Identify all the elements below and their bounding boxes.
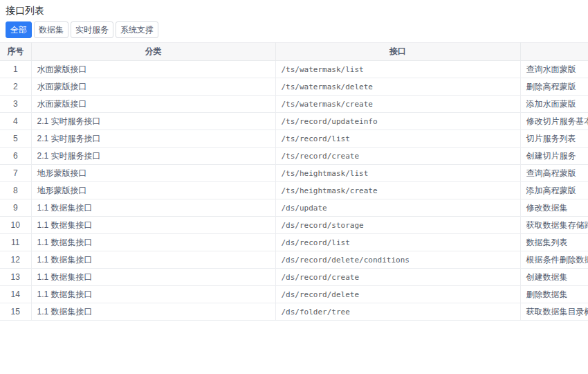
tab-dataset[interactable]: 数据集 — [34, 21, 68, 38]
category-cell: 水面蒙版接口 — [31, 61, 275, 78]
table-row: 101.1 数据集接口/ds/record/storage获取数据集存储路径 — [0, 217, 588, 234]
column-header-0: 序号 — [0, 43, 31, 61]
tab-realtime[interactable]: 实时服务 — [71, 21, 113, 38]
path-cell: /ts/watermask/create — [275, 96, 520, 113]
table-row: 141.1 数据集接口/ds/record/delete删除数据集 — [0, 286, 588, 303]
description-cell: 获取数据集存储路径 — [520, 217, 588, 234]
row-number-cell: 3 — [0, 96, 31, 113]
row-number-cell: 9 — [0, 199, 31, 217]
table-row: 2水面蒙版接口/ts/watermask/delete删除高程蒙版 — [0, 78, 588, 96]
row-number-cell: 4 — [0, 113, 31, 130]
table-row: 91.1 数据集接口/ds/update修改数据集 — [0, 199, 588, 217]
row-number-cell: 7 — [0, 165, 31, 182]
row-number-cell: 14 — [0, 286, 31, 303]
table-row: 8地形蒙版接口/ts/heightmask/create添加高程蒙版 — [0, 182, 588, 199]
table-row: 111.1 数据集接口/ds/record/list数据集列表 — [0, 234, 588, 251]
page-title: 接口列表 — [6, 5, 44, 16]
column-header-2: 接口 — [275, 43, 520, 61]
category-cell: 水面蒙版接口 — [31, 78, 275, 96]
row-number-cell: 15 — [0, 303, 31, 321]
description-cell: 根据条件删除数据集 — [520, 251, 588, 269]
path-cell: /ts/watermask/delete — [275, 78, 520, 96]
tab-all[interactable]: 全部 — [6, 21, 32, 38]
path-cell: /ts/record/list — [275, 130, 520, 148]
category-cell: 1.1 数据集接口 — [31, 303, 275, 321]
table-row: 62.1 实时服务接口/ts/record/create创建切片服务 — [0, 148, 588, 165]
table-row: 1水面蒙版接口/ts/watermask/list查询水面蒙版 — [0, 61, 588, 78]
table-row: 42.1 实时服务接口/ts/record/updateinfo修改切片服务基本… — [0, 113, 588, 130]
tab-system[interactable]: 系统支撑 — [116, 21, 158, 38]
api-table: 序号分类接口 1水面蒙版接口/ts/watermask/list查询水面蒙版2水… — [0, 42, 588, 321]
api-list-page: 接口列表 全部数据集实时服务系统支撑 序号分类接口 1水面蒙版接口/ts/wat… — [0, 0, 588, 374]
api-table-container: 序号分类接口 1水面蒙版接口/ts/watermask/list查询水面蒙版2水… — [0, 42, 588, 321]
tab-bar: 全部数据集实时服务系统支撑 — [6, 21, 158, 38]
table-body: 1水面蒙版接口/ts/watermask/list查询水面蒙版2水面蒙版接口/t… — [0, 61, 588, 321]
category-cell: 地形蒙版接口 — [31, 182, 275, 199]
row-number-cell: 13 — [0, 269, 31, 286]
row-number-cell: 11 — [0, 234, 31, 251]
path-cell: /ds/update — [275, 199, 520, 217]
path-cell: /ds/record/delete — [275, 286, 520, 303]
path-cell: /ds/record/delete/conditions — [275, 251, 520, 269]
path-cell: /ds/record/storage — [275, 217, 520, 234]
category-cell: 1.1 数据集接口 — [31, 217, 275, 234]
column-header-3 — [520, 43, 588, 61]
row-number-cell: 5 — [0, 130, 31, 148]
category-cell: 地形蒙版接口 — [31, 165, 275, 182]
category-cell: 1.1 数据集接口 — [31, 234, 275, 251]
path-cell: /ts/watermask/list — [275, 61, 520, 78]
category-cell: 1.1 数据集接口 — [31, 199, 275, 217]
path-cell: /ts/record/updateinfo — [275, 113, 520, 130]
description-cell: 查询水面蒙版 — [520, 61, 588, 78]
category-cell: 1.1 数据集接口 — [31, 286, 275, 303]
description-cell: 删除数据集 — [520, 286, 588, 303]
row-number-cell: 6 — [0, 148, 31, 165]
category-cell: 2.1 实时服务接口 — [31, 130, 275, 148]
category-cell: 2.1 实时服务接口 — [31, 148, 275, 165]
table-header-row: 序号分类接口 — [0, 43, 588, 61]
category-cell: 2.1 实时服务接口 — [31, 113, 275, 130]
column-header-1: 分类 — [31, 43, 275, 61]
description-cell: 查询高程蒙版 — [520, 165, 588, 182]
description-cell: 删除高程蒙版 — [520, 78, 588, 96]
path-cell: /ts/heightmask/create — [275, 182, 520, 199]
row-number-cell: 1 — [0, 61, 31, 78]
table-row: 7地形蒙版接口/ts/heightmask/list查询高程蒙版 — [0, 165, 588, 182]
description-cell: 修改切片服务基本信息 — [520, 113, 588, 130]
path-cell: /ds/folder/tree — [275, 303, 520, 321]
category-cell: 水面蒙版接口 — [31, 96, 275, 113]
path-cell: /ds/record/list — [275, 234, 520, 251]
description-cell: 获取数据集目录树 — [520, 303, 588, 321]
description-cell: 创建数据集 — [520, 269, 588, 286]
description-cell: 添加水面蒙版 — [520, 96, 588, 113]
table-row: 121.1 数据集接口/ds/record/delete/conditions根… — [0, 251, 588, 269]
description-cell: 创建切片服务 — [520, 148, 588, 165]
table-row: 3水面蒙版接口/ts/watermask/create添加水面蒙版 — [0, 96, 588, 113]
path-cell: /ds/record/create — [275, 269, 520, 286]
row-number-cell: 2 — [0, 78, 31, 96]
row-number-cell: 12 — [0, 251, 31, 269]
category-cell: 1.1 数据集接口 — [31, 251, 275, 269]
table-row: 52.1 实时服务接口/ts/record/list切片服务列表 — [0, 130, 588, 148]
description-cell: 修改数据集 — [520, 199, 588, 217]
table-row: 151.1 数据集接口/ds/folder/tree获取数据集目录树 — [0, 303, 588, 321]
path-cell: /ts/record/create — [275, 148, 520, 165]
table-row: 131.1 数据集接口/ds/record/create创建数据集 — [0, 269, 588, 286]
path-cell: /ts/heightmask/list — [275, 165, 520, 182]
row-number-cell: 10 — [0, 217, 31, 234]
category-cell: 1.1 数据集接口 — [31, 269, 275, 286]
row-number-cell: 8 — [0, 182, 31, 199]
description-cell: 数据集列表 — [520, 234, 588, 251]
description-cell: 添加高程蒙版 — [520, 182, 588, 199]
description-cell: 切片服务列表 — [520, 130, 588, 148]
